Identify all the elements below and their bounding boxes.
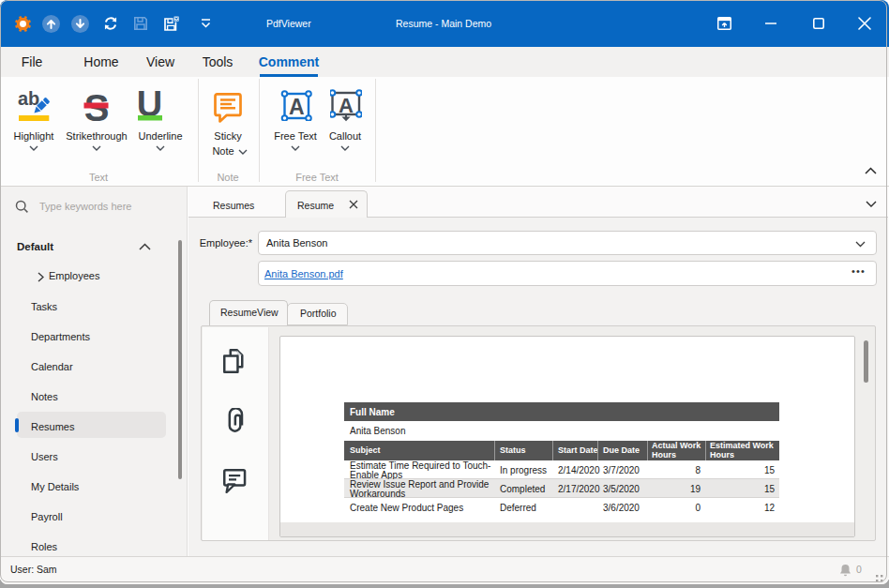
svg-text:A: A xyxy=(339,94,354,117)
svg-text:A: A xyxy=(289,95,305,119)
svg-text:ab: ab xyxy=(18,88,39,109)
